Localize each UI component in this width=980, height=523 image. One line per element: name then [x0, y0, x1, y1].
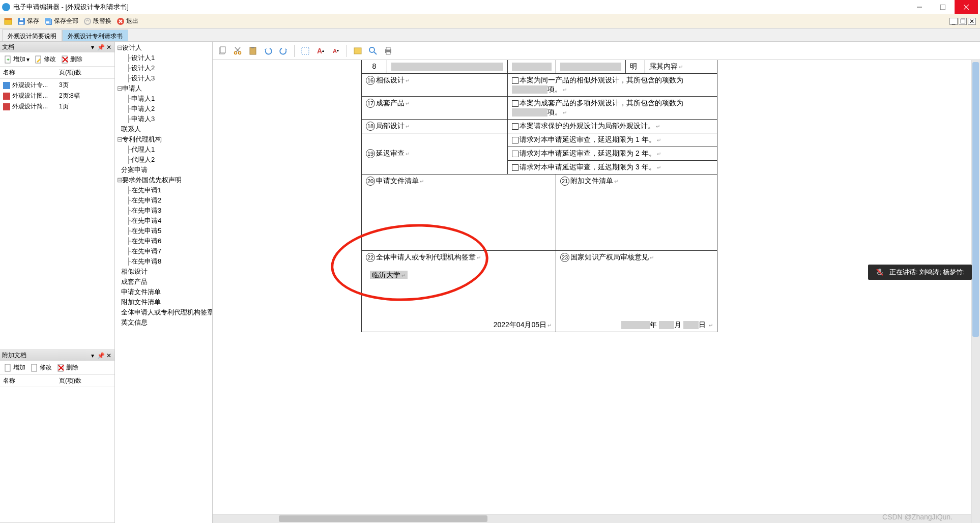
svg-rect-26	[32, 364, 37, 371]
select-button[interactable]	[299, 44, 312, 57]
tree-node-child[interactable]: 设计人1	[115, 53, 212, 63]
maximize-button[interactable]	[931, 0, 955, 14]
panel-close-icon[interactable]: ✕	[105, 44, 112, 51]
tree-node-child[interactable]: 申请人2	[115, 104, 212, 114]
doc-icon	[3, 82, 10, 89]
main-toolbar: 保存 保存全部 段替换 退出 _ ❐ ✕	[0, 14, 980, 28]
font-increase-button[interactable]: A▴	[314, 44, 327, 57]
mdi-restore[interactable]: ❐	[959, 18, 967, 25]
save-label: 保存	[27, 17, 39, 25]
row20-filelist[interactable]: 20申请文件清单	[362, 175, 556, 251]
attach-modify-button[interactable]: 修改	[28, 362, 54, 373]
tree-node[interactable]: 申请人	[115, 83, 212, 94]
row17-content[interactable]: 本案为成套产品的多项外观设计，其所包含的项数为项。	[508, 97, 717, 120]
svg-rect-39	[354, 48, 361, 54]
horizontal-scrollbar[interactable]	[213, 514, 971, 523]
docs-delete-button[interactable]: 删除	[59, 54, 84, 65]
tab-brief-description[interactable]: 外观设计简要说明	[2, 30, 62, 41]
attach-add-button[interactable]: 增加	[2, 362, 27, 373]
row19-opt2[interactable]: 请求对本申请延迟审查，延迟期限为 2 年。	[508, 147, 717, 161]
tree-node[interactable]: 要求外国优先权声明	[115, 175, 212, 185]
tree-node[interactable]: 全体申请人或专利代理机构签章	[115, 307, 212, 317]
cell-ming: 明	[626, 60, 645, 74]
attach-delete-button[interactable]: 删除	[55, 362, 80, 373]
row19-opt1[interactable]: 请求对本申请延迟审查，延迟期限为 1 年。	[508, 133, 717, 147]
tree-node-child[interactable]: 在先申请1	[115, 185, 212, 195]
panel-dropdown-icon[interactable]: ▾	[89, 44, 96, 51]
exit-button[interactable]: 退出	[114, 16, 140, 26]
outline-tree[interactable]: 设计人设计人1设计人2设计人3申请人申请人1申请人2申请人3联系人专利代理机构代…	[115, 42, 213, 523]
tree-node-child[interactable]: 在先申请5	[115, 226, 212, 236]
tree-node-child[interactable]: 设计人3	[115, 73, 212, 83]
row21-addfilelist[interactable]: 21附加文件清单	[556, 175, 717, 251]
svg-rect-22	[3, 82, 10, 89]
tree-node[interactable]: 成套产品	[115, 277, 212, 287]
row18-content[interactable]: 本案请求保护的外观设计为局部外观设计。	[508, 120, 717, 133]
tree-node-child[interactable]: 申请人1	[115, 94, 212, 104]
tree-node[interactable]: 分案申请	[115, 165, 212, 175]
doc-row[interactable]: 外观设计专... 3页	[0, 80, 114, 91]
save-button[interactable]: 保存	[15, 16, 41, 26]
view1-button[interactable]	[351, 44, 364, 57]
tree-node-child[interactable]: 在先申请3	[115, 206, 212, 216]
signature-date: 2022年04月05日	[494, 321, 552, 330]
mdi-close[interactable]: ✕	[968, 18, 976, 25]
tree-node[interactable]: 专利代理机构	[115, 134, 212, 144]
zoom-button[interactable]	[366, 44, 380, 57]
tree-node-child[interactable]: 在先申请8	[115, 256, 212, 267]
docs-list: 外观设计专... 3页 外观设计图... 2页:8幅 外观设计简... 1页	[0, 79, 114, 350]
panel-pin-icon[interactable]: 📌	[97, 352, 104, 359]
tree-node[interactable]: 联系人	[115, 124, 212, 134]
panel-dropdown-icon[interactable]: ▾	[89, 352, 96, 359]
tab-patent-request[interactable]: 外观设计专利请求书	[62, 30, 128, 41]
window-controls	[908, 0, 978, 14]
cut-button[interactable]	[231, 44, 244, 57]
tree-node[interactable]: 申请文件清单	[115, 287, 212, 297]
close-button[interactable]	[955, 0, 978, 14]
docs-add-button[interactable]: + 增加 ▾	[2, 54, 32, 65]
row19-opt3[interactable]: 请求对本申请延迟审查，延迟期限为 3 年。	[508, 161, 717, 175]
paste-button[interactable]	[246, 44, 260, 57]
tree-node-child[interactable]: 代理人1	[115, 144, 212, 155]
exit-label: 退出	[126, 17, 138, 25]
doc-row[interactable]: 外观设计图... 2页:8幅	[0, 91, 114, 101]
modify-icon	[35, 55, 43, 64]
tree-node[interactable]: 相似设计	[115, 267, 212, 277]
redo-button[interactable]	[277, 44, 290, 57]
undo-button[interactable]	[262, 44, 275, 57]
save-all-label: 保存全部	[54, 17, 78, 25]
documents-panel-title: 文档	[2, 43, 88, 51]
row16-content[interactable]: 本案为同一产品的相似外观设计，其所包含的项数为项。	[508, 74, 717, 97]
svg-point-12	[84, 18, 91, 24]
panel-close-icon[interactable]: ✕	[105, 352, 112, 359]
row18-label: 18局部设计	[362, 120, 508, 133]
replace-button[interactable]: 段替换	[81, 16, 113, 26]
editor-scroll[interactable]: 8 明 露其内容 16相似设计 本案为同一产品的相似外观设计，其所包含的项数为项…	[213, 60, 980, 523]
tree-node[interactable]: 设计人	[115, 43, 212, 53]
save-all-button[interactable]: 保存全部	[42, 16, 80, 26]
tree-node-child[interactable]: 代理人2	[115, 155, 212, 165]
tree-node-child[interactable]: 在先申请6	[115, 236, 212, 246]
doc-row[interactable]: 外观设计简... 1页	[0, 101, 114, 112]
tree-node-child[interactable]: 在先申请2	[115, 195, 212, 206]
toolbar-leading-icon[interactable]	[2, 16, 14, 26]
tree-node-child[interactable]: 申请人3	[115, 114, 212, 124]
tree-node[interactable]: 英文信息	[115, 317, 212, 328]
print-button[interactable]	[382, 44, 395, 57]
tree-node-child[interactable]: 设计人2	[115, 63, 212, 73]
attach-col-pages: 页(项)数	[59, 376, 81, 385]
vertical-scrollbar[interactable]	[971, 60, 980, 523]
tree-node-child[interactable]: 在先申请4	[115, 216, 212, 226]
tree-node[interactable]: 附加文件清单	[115, 297, 212, 307]
svg-rect-7	[19, 22, 23, 24]
docs-modify-button[interactable]: 修改	[33, 54, 58, 65]
panel-pin-icon[interactable]: 📌	[97, 44, 104, 51]
mdi-minimize[interactable]: _	[949, 18, 958, 25]
mic-muted-icon	[875, 268, 884, 277]
minimize-button[interactable]	[908, 0, 931, 14]
row17-label: 17成套产品	[362, 97, 508, 120]
copy-button[interactable]	[216, 44, 229, 57]
row22-signature[interactable]: 22全体申请人或专利代理机构签章 临沂大学 2022年04月05日	[362, 251, 556, 332]
font-decrease-button[interactable]: A▾	[329, 44, 342, 57]
tree-node-child[interactable]: 在先申请7	[115, 246, 212, 256]
